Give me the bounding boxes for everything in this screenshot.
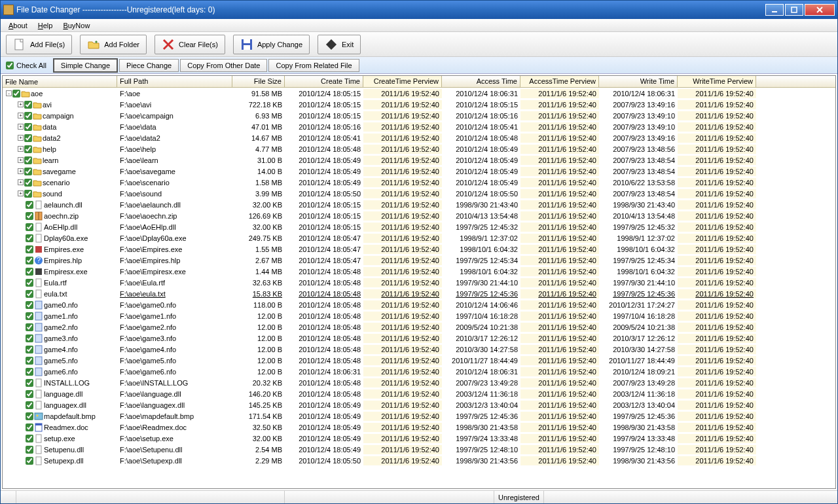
row-checkbox[interactable]	[26, 301, 33, 309]
row-checkbox[interactable]	[26, 223, 33, 231]
row-checkbox[interactable]	[26, 412, 33, 420]
check-all-checkbox[interactable]	[6, 62, 14, 69]
table-row[interactable]: game5.nfoF:\aoe\game5.nfo12.00 B2010/12/…	[3, 355, 835, 366]
table-row[interactable]: aoechn.zipF:\aoe\aoechn.zip126.69 KB2010…	[3, 210, 835, 221]
exit-button[interactable]: Exit	[318, 35, 361, 54]
table-row[interactable]: +data2F:\aoe\data214.67 MB2010/12/4 18:0…	[3, 132, 835, 143]
row-checkbox[interactable]	[26, 357, 33, 365]
tree-toggle[interactable]: +	[18, 101, 24, 107]
add-folder-button[interactable]: Add Folder	[80, 35, 147, 54]
tree-toggle[interactable]: +	[18, 124, 24, 130]
row-checkbox[interactable]	[24, 112, 32, 120]
row-checkbox[interactable]	[24, 168, 32, 175]
table-row[interactable]: Eula.rtfF:\aoe\Eula.rtf32.63 KB2010/12/4…	[3, 277, 835, 288]
table-row[interactable]: Readmex.docF:\aoe\Readmex.doc32.50 KB201…	[3, 422, 835, 433]
table-row[interactable]: game1.nfoF:\aoe\game1.nfo12.00 B2010/12/…	[3, 310, 835, 321]
titlebar[interactable]: File Date Changer -----------------Unreg…	[1, 1, 837, 19]
row-checkbox[interactable]	[26, 423, 33, 431]
row-checkbox[interactable]	[26, 401, 33, 409]
row-checkbox[interactable]	[26, 212, 33, 220]
close-button[interactable]	[805, 4, 835, 16]
col-writetime-preview[interactable]: WriteTime Perview	[678, 76, 756, 87]
row-checkbox[interactable]	[26, 234, 33, 242]
row-checkbox[interactable]	[26, 390, 33, 398]
row-checkbox[interactable]	[24, 145, 32, 153]
row-checkbox[interactable]	[24, 190, 32, 198]
table-row[interactable]: +learnF:\aoe\learn31.00 B2010/12/4 18:05…	[3, 154, 835, 166]
row-checkbox[interactable]	[24, 179, 32, 187]
table-row[interactable]: Empires.exeF:\aoe\Empires.exe1.55 MB2010…	[3, 243, 835, 255]
tab-simple-change[interactable]: Simple Change	[53, 58, 118, 73]
table-row[interactable]: game6.nfoF:\aoe\game6.nfo12.00 B2010/12/…	[3, 366, 835, 377]
table-row[interactable]: game3.nfoF:\aoe\game3.nfo12.00 B2010/12/…	[3, 333, 835, 344]
check-all[interactable]: Check All	[6, 62, 46, 69]
table-row[interactable]: +savegameF:\aoe\savegame14.00 B2010/12/4…	[3, 166, 835, 177]
maximize-button[interactable]	[785, 4, 803, 16]
table-row[interactable]: mapdefault.bmpF:\aoe\mapdefault.bmp171.5…	[3, 410, 835, 422]
col-accesstime-preview[interactable]: AccessTime Perview	[520, 76, 599, 87]
table-row[interactable]: eula.txtF:\aoe\eula.txt15.83 KB2010/12/4…	[3, 288, 835, 299]
row-checkbox[interactable]	[26, 379, 33, 387]
table-row[interactable]: game0.nfoF:\aoe\game0.nfo118.00 B2010/12…	[3, 299, 835, 310]
row-checkbox[interactable]	[26, 312, 33, 320]
table-row[interactable]: AoEHlp.dllF:\aoe\AoEHlp.dll32.00 KB2010/…	[3, 221, 835, 232]
row-checkbox[interactable]	[24, 101, 32, 109]
table-row[interactable]: languagex.dllF:\aoe\languagex.dll145.25 …	[3, 399, 835, 410]
tree-toggle[interactable]: +	[18, 135, 24, 141]
table-row[interactable]: language.dllF:\aoe\language.dll146.20 KB…	[3, 388, 835, 399]
row-checkbox[interactable]	[26, 334, 33, 342]
col-accesstime[interactable]: Access Time	[442, 76, 520, 87]
col-filesize[interactable]: File Size	[232, 76, 285, 87]
row-checkbox[interactable]	[26, 446, 33, 454]
table-row[interactable]: Setupexp.dllF:\aoe\Setupexp.dll2.29 MB20…	[3, 455, 835, 466]
tree-toggle[interactable]: +	[18, 179, 24, 185]
table-row[interactable]: Setupenu.dllF:\aoe\Setupenu.dll2.54 MB20…	[3, 444, 835, 455]
row-checkbox[interactable]	[26, 457, 33, 465]
row-checkbox[interactable]	[26, 435, 33, 442]
row-checkbox[interactable]	[26, 245, 33, 253]
table-row[interactable]: +soundF:\aoe\sound3.99 MB2010/12/4 18:05…	[3, 188, 835, 199]
col-createtime[interactable]: Create Time	[285, 76, 363, 87]
table-row[interactable]: +aviF:\aoe\avi722.18 KB2010/12/4 18:05:1…	[3, 99, 835, 110]
row-checkbox[interactable]	[26, 268, 33, 276]
row-checkbox[interactable]	[24, 156, 32, 164]
table-row[interactable]: INSTALL.LOGF:\aoe\INSTALL.LOG20.32 KB201…	[3, 377, 835, 388]
table-row[interactable]: Dplay60a.exeF:\aoe\Dplay60a.exe249.75 KB…	[3, 232, 835, 243]
tab-piece-change[interactable]: Piece Change	[119, 59, 179, 72]
col-fullpath[interactable]: Full Path	[117, 76, 232, 87]
grid-body[interactable]: -aoeF:\aoe91.58 MB2010/12/4 18:05:152011…	[3, 88, 835, 488]
tree-toggle[interactable]: +	[18, 190, 24, 196]
row-checkbox[interactable]	[24, 134, 32, 142]
tree-toggle[interactable]: +	[18, 157, 24, 163]
menu-about[interactable]: About	[3, 20, 33, 31]
table-row[interactable]: game2.nfoF:\aoe\game2.nfo12.00 B2010/12/…	[3, 321, 835, 333]
table-row[interactable]: setup.exeF:\aoe\setup.exe32.00 KB2010/12…	[3, 433, 835, 444]
table-row[interactable]: +campaignF:\aoe\campaign6.93 MB2010/12/4…	[3, 110, 835, 121]
row-checkbox[interactable]	[26, 346, 33, 353]
row-checkbox[interactable]	[26, 201, 33, 209]
row-checkbox[interactable]	[26, 290, 33, 298]
tab-copy-other[interactable]: Copy From Other Date	[180, 59, 267, 72]
tree-toggle[interactable]: -	[6, 90, 12, 96]
row-checkbox[interactable]	[26, 279, 33, 287]
row-checkbox[interactable]	[24, 123, 32, 131]
table-row[interactable]: -aoeF:\aoe91.58 MB2010/12/4 18:05:152011…	[3, 88, 835, 99]
col-writetime[interactable]: Write Time	[599, 76, 678, 87]
row-checkbox[interactable]	[26, 368, 33, 376]
menu-help[interactable]: Help	[33, 20, 58, 31]
table-row[interactable]: Empiresx.exeF:\aoe\Empiresx.exe1.44 MB20…	[3, 266, 835, 277]
table-row[interactable]: +dataF:\aoe\data47.01 MB2010/12/4 18:05:…	[3, 121, 835, 132]
row-checkbox[interactable]	[26, 257, 33, 264]
tree-toggle[interactable]: +	[18, 113, 24, 118]
table-row[interactable]: game4.nfoF:\aoe\game4.nfo12.00 B2010/12/…	[3, 344, 835, 355]
col-createtime-preview[interactable]: CreateTime Perview	[363, 76, 442, 87]
tree-toggle[interactable]: +	[18, 168, 24, 174]
row-checkbox[interactable]	[26, 323, 33, 331]
tab-copy-related[interactable]: Copy From Related File	[268, 59, 359, 72]
table-row[interactable]: aelaunch.dllF:\aoe\aelaunch.dll32.00 KB2…	[3, 199, 835, 210]
minimize-button[interactable]	[765, 4, 784, 16]
col-filename[interactable]: File Name	[3, 76, 117, 87]
apply-change-button[interactable]: Apply Change	[233, 35, 310, 54]
clear-files-button[interactable]: Clear File(s)	[155, 35, 225, 54]
tree-toggle[interactable]: +	[18, 146, 24, 152]
